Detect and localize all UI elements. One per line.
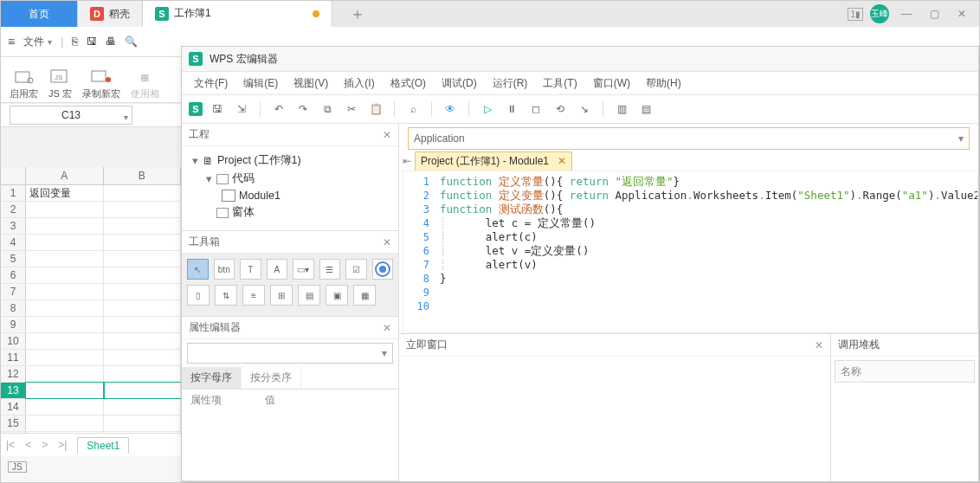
- code-folder[interactable]: 代码: [232, 171, 255, 186]
- spreadsheet-grid[interactable]: A B 1返回变量2345678910111213141516: [1, 167, 182, 456]
- preview-icon[interactable]: 🔍: [125, 35, 138, 48]
- maximize-button[interactable]: ▢: [924, 3, 945, 24]
- save-button[interactable]: 🖫: [208, 100, 227, 119]
- file-menu[interactable]: 文件▾: [23, 35, 52, 49]
- table-row[interactable]: 9: [1, 317, 181, 333]
- export-button[interactable]: ⇲: [232, 100, 251, 119]
- table-row[interactable]: 2: [1, 202, 181, 218]
- save-icon[interactable]: 🖫: [87, 35, 97, 48]
- select-all-corner[interactable]: [1, 167, 26, 184]
- enable-macro-button[interactable]: 启用宏: [10, 68, 38, 100]
- reset-button[interactable]: ⟲: [551, 100, 570, 119]
- row-header[interactable]: 3: [1, 218, 26, 234]
- sheet-nav-next[interactable]: >: [36, 439, 53, 451]
- cell[interactable]: [26, 415, 104, 431]
- row-header[interactable]: 9: [1, 317, 26, 332]
- cut-button[interactable]: ✂: [342, 100, 361, 119]
- menu-item[interactable]: 格式(O): [390, 76, 426, 91]
- sheet-nav-prev[interactable]: <: [20, 439, 36, 451]
- cell[interactable]: [104, 350, 182, 365]
- frame-tool[interactable]: ▯: [187, 285, 210, 306]
- stop-button[interactable]: ◻: [526, 100, 545, 119]
- tab-home[interactable]: 首页: [1, 1, 78, 27]
- grid-number-icon[interactable]: 1▮: [848, 8, 863, 21]
- close-icon[interactable]: ✕: [383, 236, 391, 248]
- close-icon[interactable]: ✕: [558, 155, 566, 167]
- row-header[interactable]: 4: [1, 235, 26, 250]
- cell[interactable]: [104, 333, 182, 349]
- find-button[interactable]: ⌕: [403, 100, 422, 119]
- cell[interactable]: 返回变量: [26, 185, 104, 201]
- cell[interactable]: [104, 218, 182, 234]
- avatar[interactable]: 玉峰: [870, 4, 889, 23]
- prop-tab-alpha[interactable]: 按字母序: [182, 367, 242, 389]
- cell[interactable]: [104, 202, 182, 217]
- table-row[interactable]: 10: [1, 333, 181, 350]
- table-row[interactable]: 6: [1, 267, 181, 284]
- cell[interactable]: [104, 366, 182, 382]
- tabstrip-tool[interactable]: ⊞: [270, 285, 293, 306]
- cell[interactable]: [104, 267, 182, 283]
- js-macro-button[interactable]: JS JS 宏: [48, 68, 72, 100]
- cell[interactable]: [26, 383, 104, 398]
- pointer-tool[interactable]: ↖: [187, 259, 209, 280]
- image-tool[interactable]: ▣: [326, 285, 348, 306]
- copy-button[interactable]: ⧉: [318, 100, 337, 119]
- property-object-select[interactable]: ▾: [187, 343, 393, 364]
- layout-1-button[interactable]: ▥: [612, 100, 631, 119]
- close-icon[interactable]: ✕: [383, 129, 391, 141]
- row-header[interactable]: 13: [1, 383, 26, 398]
- table-row[interactable]: 15: [1, 415, 181, 432]
- cell[interactable]: [104, 317, 182, 332]
- table-row[interactable]: 1返回变量: [1, 185, 181, 202]
- row-header[interactable]: 11: [1, 350, 26, 365]
- minimize-button[interactable]: —: [896, 3, 917, 24]
- project-tree[interactable]: ▾🗎Project (工作簿1) ▾代码 Module1 窗体: [182, 146, 398, 230]
- cell[interactable]: [26, 366, 104, 382]
- cell[interactable]: [26, 251, 104, 267]
- tab-new[interactable]: ＋: [332, 1, 383, 27]
- row-header[interactable]: 12: [1, 366, 26, 382]
- code-tab[interactable]: Project (工作簿1) - Module1 ✕: [415, 151, 572, 171]
- table-row[interactable]: 7: [1, 284, 181, 300]
- table-row[interactable]: 12: [1, 366, 181, 383]
- cell[interactable]: [26, 284, 104, 299]
- pause-button[interactable]: ⏸: [502, 100, 521, 119]
- cell[interactable]: [26, 333, 104, 349]
- row-header[interactable]: 5: [1, 251, 26, 267]
- table-row[interactable]: 3: [1, 218, 181, 235]
- project-root[interactable]: Project (工作簿1): [217, 153, 301, 168]
- col-header-b[interactable]: B: [104, 167, 182, 184]
- step-button[interactable]: ↘: [575, 100, 594, 119]
- multipage-tool[interactable]: ▤: [298, 285, 320, 306]
- tab-workbook[interactable]: S 工作簿1: [143, 1, 332, 27]
- redo-button[interactable]: ↷: [293, 100, 313, 119]
- scroll-tool[interactable]: ≡: [242, 285, 265, 306]
- table-row[interactable]: 5: [1, 251, 181, 267]
- run-button[interactable]: ▷: [478, 100, 497, 119]
- table-row[interactable]: 11: [1, 350, 181, 366]
- cell[interactable]: [104, 415, 182, 431]
- menu-item[interactable]: 文件(F): [194, 76, 228, 91]
- cell[interactable]: [104, 185, 182, 201]
- cell[interactable]: [26, 235, 104, 250]
- cell[interactable]: [104, 383, 182, 398]
- cell[interactable]: [104, 235, 182, 250]
- row-header[interactable]: 1: [1, 185, 26, 201]
- row-header[interactable]: 7: [1, 284, 26, 299]
- menu-item[interactable]: 调试(D): [442, 76, 477, 91]
- cell[interactable]: [26, 317, 104, 332]
- close-icon[interactable]: ✕: [383, 322, 391, 334]
- table-row[interactable]: 8: [1, 300, 181, 317]
- combo-tool[interactable]: ▭▾: [293, 259, 314, 280]
- forms-folder[interactable]: 窗体: [232, 205, 255, 220]
- menu-item[interactable]: 运行(R): [493, 76, 528, 91]
- listbox-tool[interactable]: ☰: [319, 259, 341, 280]
- label-tool[interactable]: A: [267, 259, 288, 280]
- menu-item[interactable]: 编辑(E): [243, 76, 278, 91]
- table-row[interactable]: 14: [1, 399, 181, 415]
- code-editor[interactable]: function 定义常量(){ return "返回常量"} function…: [435, 171, 977, 332]
- toggle-tool[interactable]: ▦: [353, 285, 376, 306]
- checkbox-tool[interactable]: ☑: [345, 259, 367, 280]
- cell[interactable]: [26, 350, 104, 365]
